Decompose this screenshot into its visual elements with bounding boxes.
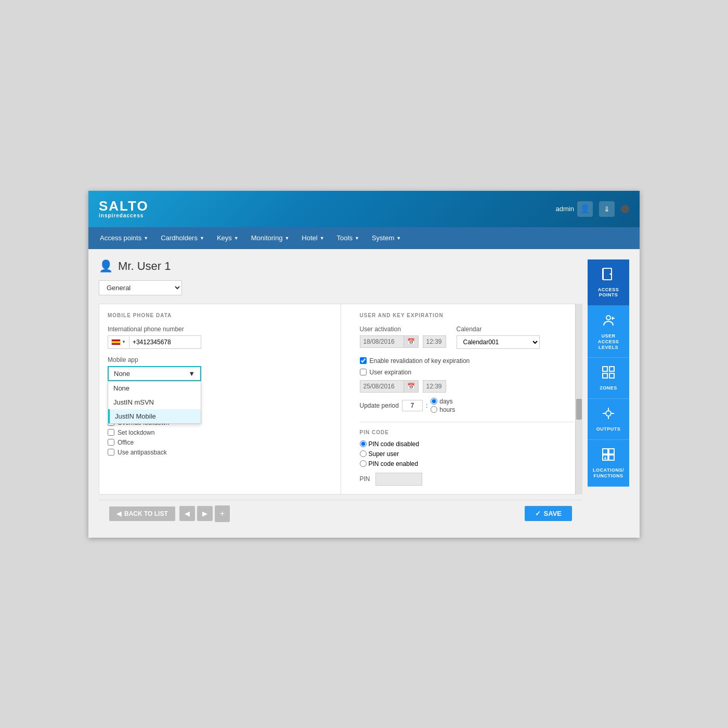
update-period-input[interactable] bbox=[402, 400, 423, 411]
general-select[interactable]: General bbox=[99, 280, 182, 295]
notification-dot bbox=[621, 205, 629, 213]
flag-es-icon bbox=[111, 339, 121, 345]
enable-revalidation-label: Enable revalidation of key expiration bbox=[370, 357, 470, 365]
scrollbar-thumb bbox=[576, 399, 582, 420]
pin-disabled-label: PIN code disabled bbox=[369, 440, 419, 448]
antipassback-checkbox[interactable] bbox=[108, 449, 114, 456]
calendar-select[interactable]: Calendar001 bbox=[457, 335, 540, 349]
chevron-down-icon: ▼ bbox=[320, 236, 324, 241]
admin-label: admin bbox=[556, 205, 574, 213]
sidebar-btn-user-access-levels[interactable]: USER ACCESS LEVELS bbox=[588, 306, 629, 358]
activation-time-input[interactable] bbox=[423, 335, 446, 348]
office-checkbox[interactable] bbox=[108, 439, 114, 446]
zones-icon bbox=[601, 365, 616, 382]
mobile-app-option-justin-msvn[interactable]: JustIN mSVN bbox=[108, 395, 201, 409]
user-expiration-checkbox[interactable] bbox=[360, 369, 367, 375]
download-icon[interactable]: ⇓ bbox=[599, 201, 615, 217]
phone-form-group: International phone number ▼ bbox=[108, 326, 322, 349]
pin-section-title: PIN CODE bbox=[360, 430, 574, 435]
pin-disabled-row: PIN code disabled bbox=[360, 440, 574, 448]
chevron-down-icon: ▼ bbox=[396, 236, 401, 241]
back-label: BACK TO LIST bbox=[124, 510, 168, 517]
sidebar-btn-locations-functions[interactable]: LOCATIONS/ FUNCTIONS bbox=[588, 440, 629, 487]
pin-section: PIN CODE PIN code disabled Super user bbox=[360, 422, 574, 486]
activation-group: User activation 📅 bbox=[360, 326, 446, 352]
dropdown-chevron-icon: ▼ bbox=[188, 370, 195, 378]
enable-revalidation-checkbox[interactable] bbox=[360, 357, 367, 364]
prev-button[interactable]: ◀ bbox=[179, 506, 195, 521]
pin-input[interactable] bbox=[375, 473, 422, 486]
svg-point-3 bbox=[606, 316, 610, 320]
super-user-radio[interactable] bbox=[360, 450, 367, 457]
pin-disabled-radio[interactable] bbox=[360, 440, 367, 447]
header-right: admin 👤 ⇓ bbox=[556, 201, 629, 217]
back-to-list-button[interactable]: ◀ BACK TO LIST bbox=[109, 506, 175, 521]
pin-enabled-radio[interactable] bbox=[360, 460, 367, 467]
svg-rect-8 bbox=[603, 373, 607, 378]
chevron-down-icon: ▼ bbox=[144, 236, 148, 241]
user-expiration-row: User expiration bbox=[360, 369, 574, 376]
sidebar-btn-access-points[interactable]: ACCESS POINTS bbox=[588, 259, 629, 306]
days-label: days bbox=[439, 398, 452, 405]
scrollbar[interactable] bbox=[575, 304, 582, 495]
nav-item-cardholders[interactable]: Cardholders ▼ bbox=[154, 227, 211, 249]
nav-item-monitoring[interactable]: Monitoring ▼ bbox=[245, 227, 296, 249]
expiration-date-input[interactable] bbox=[360, 380, 404, 393]
hours-radio[interactable] bbox=[431, 406, 437, 413]
days-radio[interactable] bbox=[431, 398, 437, 405]
calendar-group: Calendar Calendar001 bbox=[457, 326, 540, 349]
pin-radio-group: PIN code disabled Super user PIN code en… bbox=[360, 440, 574, 467]
nav-item-hotel[interactable]: Hotel ▼ bbox=[295, 227, 330, 249]
activation-date-group: 📅 bbox=[360, 335, 419, 348]
expiration-date-group: 📅 bbox=[360, 380, 419, 393]
logo-sub: inspiredaccess bbox=[99, 213, 149, 218]
nav-bar: Access points ▼ Cardholders ▼ Keys ▼ Mon… bbox=[88, 227, 640, 249]
activation-calendar-button[interactable]: 📅 bbox=[404, 335, 419, 348]
expiration-calendar-button[interactable]: 📅 bbox=[404, 380, 419, 393]
form-columns: MOBILE PHONE DATA International phone nu… bbox=[99, 304, 582, 495]
general-select-container: General bbox=[99, 280, 582, 295]
location-icon bbox=[601, 447, 616, 464]
phone-label: International phone number bbox=[108, 326, 322, 333]
checkbox-set-lockdown: Set lockdown bbox=[108, 429, 322, 436]
pin-enabled-row: PIN code enabled bbox=[360, 460, 574, 467]
nav-item-tools[interactable]: Tools ▼ bbox=[331, 227, 366, 249]
mobile-app-selected[interactable]: None ▼ bbox=[108, 366, 201, 381]
mobile-app-option-justin-mobile[interactable]: JustIN Mobile bbox=[108, 409, 201, 423]
set-lockdown-checkbox[interactable] bbox=[108, 429, 114, 436]
mobile-app-option-none[interactable]: None bbox=[108, 381, 201, 395]
svg-rect-9 bbox=[609, 373, 614, 378]
nav-item-system[interactable]: System ▼ bbox=[366, 227, 407, 249]
right-sidebar: ACCESS POINTS USER ACCESS LEVELS bbox=[588, 259, 629, 527]
svg-rect-6 bbox=[603, 367, 607, 371]
activation-date-input[interactable] bbox=[360, 335, 404, 348]
bottom-bar: ◀ BACK TO LIST ◀ ▶ + ✓ SAVE bbox=[99, 500, 582, 527]
back-arrow-icon: ◀ bbox=[116, 510, 121, 517]
user-expiration-label: User expiration bbox=[370, 369, 412, 376]
nav-item-access-points[interactable]: Access points ▼ bbox=[94, 227, 154, 249]
form-columns-wrapper: MOBILE PHONE DATA International phone nu… bbox=[99, 304, 582, 495]
next-button[interactable]: ▶ bbox=[197, 506, 213, 521]
save-button[interactable]: ✓ SAVE bbox=[525, 506, 572, 521]
sidebar-btn-zones[interactable]: ZONES bbox=[588, 358, 629, 399]
locations-functions-label: LOCATIONS/ FUNCTIONS bbox=[591, 467, 626, 479]
checkbox-office: Office bbox=[108, 439, 322, 446]
page-title: Mr. User 1 bbox=[118, 259, 171, 273]
sidebar-btn-outputs[interactable]: OUTPUTS bbox=[588, 399, 629, 440]
phone-flag-selector[interactable]: ▼ bbox=[108, 336, 129, 348]
svg-rect-15 bbox=[603, 449, 608, 454]
add-button[interactable]: + bbox=[215, 505, 230, 522]
mobile-phone-section-title: MOBILE PHONE DATA bbox=[108, 313, 322, 318]
mobile-app-value: None bbox=[114, 370, 130, 378]
logo-area: SALTO inspiredaccess bbox=[99, 199, 149, 218]
colon-separator: : bbox=[426, 402, 427, 409]
chevron-down-icon: ▼ bbox=[284, 236, 289, 241]
phone-number-input[interactable] bbox=[129, 336, 187, 348]
user-icon[interactable]: 👤 bbox=[577, 201, 593, 217]
set-lockdown-label: Set lockdown bbox=[118, 429, 154, 436]
nav-item-keys[interactable]: Keys ▼ bbox=[211, 227, 245, 249]
expiration-time-input[interactable] bbox=[423, 380, 446, 393]
expiration-date-row: 📅 bbox=[360, 380, 574, 393]
chevron-down-icon: ▼ bbox=[234, 236, 239, 241]
svg-point-2 bbox=[610, 273, 612, 275]
